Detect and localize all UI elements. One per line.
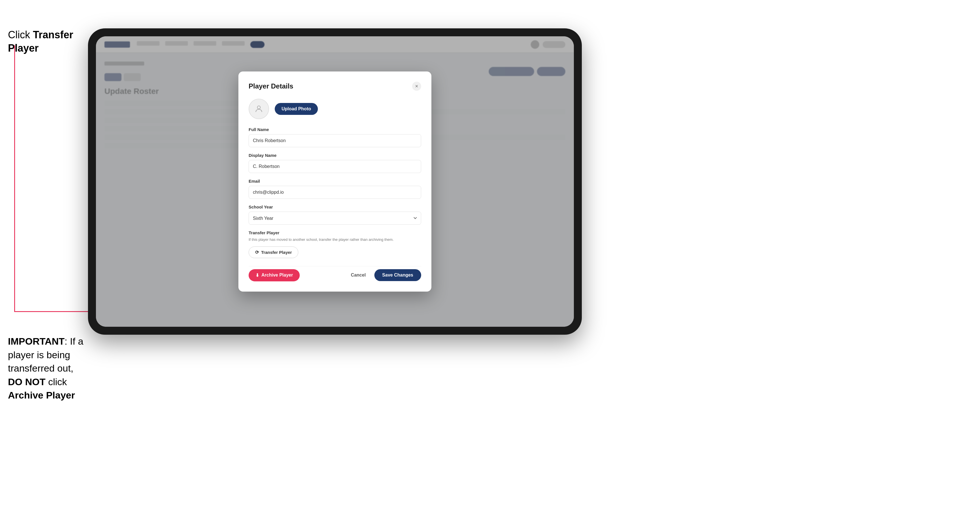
modal-title: Player Details <box>249 82 293 90</box>
tablet-screen: Update Roster Pl <box>96 36 574 327</box>
close-icon: × <box>415 83 418 89</box>
photo-section: Upload Photo <box>249 99 421 119</box>
full-name-group: Full Name <box>249 127 421 147</box>
display-name-group: Display Name <box>249 153 421 173</box>
archive-icon: ⬇ <box>255 273 259 278</box>
transfer-btn-label: Transfer Player <box>261 250 292 255</box>
display-name-label: Display Name <box>249 153 421 158</box>
full-name-label: Full Name <box>249 127 421 132</box>
display-name-input[interactable] <box>249 160 421 173</box>
archive-player-button[interactable]: ⬇ Archive Player <box>249 269 300 281</box>
transfer-section-title: Transfer Player <box>249 230 421 235</box>
save-changes-button[interactable]: Save Changes <box>374 269 421 281</box>
email-label: Email <box>249 179 421 184</box>
school-year-label: School Year <box>249 205 421 210</box>
full-name-input[interactable] <box>249 134 421 147</box>
archive-label: Archive Player <box>8 390 75 400</box>
svg-point-0 <box>258 106 261 109</box>
modal-header: Player Details × <box>249 82 421 91</box>
school-year-select[interactable]: First Year Second Year Third Year Fourth… <box>249 211 421 225</box>
do-not-label: DO NOT <box>8 376 45 387</box>
instruction-area: Click Transfer Player <box>8 29 84 61</box>
transfer-icon: ⟳ <box>255 249 259 255</box>
click-instruction: Click Transfer Player <box>8 29 84 55</box>
click-prefix: Click <box>8 29 30 41</box>
modal-close-button[interactable]: × <box>412 82 421 91</box>
important-note: IMPORTANT: If a player is being transfer… <box>8 335 88 402</box>
modal-overlay: Player Details × Upload Photo <box>96 36 574 327</box>
important-label: IMPORTANT <box>8 336 65 347</box>
email-input[interactable] <box>249 186 421 199</box>
school-year-group: School Year First Year Second Year Third… <box>249 205 421 225</box>
cancel-button[interactable]: Cancel <box>346 269 370 281</box>
player-details-modal: Player Details × Upload Photo <box>239 71 431 292</box>
transfer-section: Transfer Player If this player has moved… <box>249 230 421 258</box>
transfer-player-button[interactable]: ⟳ Transfer Player <box>249 246 298 258</box>
transfer-description: If this player has moved to another scho… <box>249 237 421 243</box>
upload-photo-button[interactable]: Upload Photo <box>275 103 318 115</box>
email-group: Email <box>249 179 421 199</box>
archive-btn-label: Archive Player <box>261 273 293 278</box>
click-text: click <box>48 376 67 387</box>
modal-footer: ⬇ Archive Player Cancel Save Changes <box>249 266 421 281</box>
avatar-placeholder <box>249 99 269 119</box>
tablet-device: Update Roster Pl <box>88 29 582 335</box>
annotation-line-vertical <box>14 45 15 312</box>
